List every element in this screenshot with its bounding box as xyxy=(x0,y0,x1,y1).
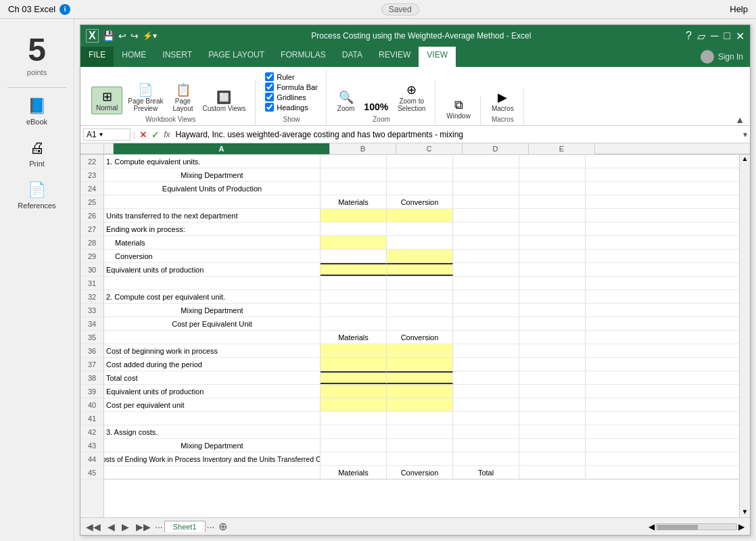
cell-a37[interactable]: Cost added during the period xyxy=(104,358,321,371)
page-layout-button[interactable]: 📋 PageLayout xyxy=(169,80,197,114)
cell-c29[interactable] xyxy=(387,250,453,262)
cell-d35[interactable] xyxy=(453,331,519,344)
cell-c45[interactable]: Conversion xyxy=(387,466,453,479)
col-header-d[interactable]: D xyxy=(463,143,529,154)
cell-a35[interactable] xyxy=(104,331,321,344)
cell-b39[interactable] xyxy=(321,385,387,398)
window-button[interactable]: ⧉ Window xyxy=(442,96,475,122)
cell-b32[interactable] xyxy=(321,290,387,303)
cell-d32[interactable] xyxy=(453,290,519,303)
sheet-nav-first[interactable]: ◀◀ xyxy=(83,521,103,532)
cell-c26[interactable] xyxy=(387,209,453,222)
gridlines-checkbox[interactable] xyxy=(265,93,274,101)
cell-c22[interactable] xyxy=(387,155,453,168)
tab-formulas[interactable]: FORMULAS xyxy=(273,47,334,67)
cell-e38[interactable] xyxy=(519,371,586,384)
cell-c24[interactable] xyxy=(387,182,453,195)
sheet-nav-next[interactable]: ▶ xyxy=(119,521,132,532)
cell-c31[interactable] xyxy=(387,277,453,289)
select-all-btn[interactable] xyxy=(104,143,114,154)
cell-c42[interactable] xyxy=(387,425,453,438)
headings-check[interactable]: Headings xyxy=(265,103,318,112)
cell-a43[interactable]: Mixing Department xyxy=(104,439,321,452)
gridlines-check[interactable]: Gridlines xyxy=(265,93,318,101)
cell-b22[interactable] xyxy=(321,155,387,168)
zoom-to-selection-button[interactable]: ⊕ Zoom toSelection xyxy=(394,80,429,114)
sheet-tab-1[interactable]: Sheet1 xyxy=(164,521,206,532)
cell-a29[interactable]: Conversion xyxy=(104,250,321,262)
formula-input[interactable] xyxy=(172,129,740,140)
cell-d29[interactable] xyxy=(453,250,519,262)
cell-a45[interactable] xyxy=(104,466,321,479)
cell-ref-dropdown[interactable]: ▾ xyxy=(99,131,103,138)
cell-c34[interactable] xyxy=(387,317,453,330)
normal-button[interactable]: ⊞ Normal xyxy=(91,87,122,114)
cell-d24[interactable] xyxy=(453,182,519,195)
help-link[interactable]: Help xyxy=(730,4,748,14)
ruler-checkbox[interactable] xyxy=(265,72,274,81)
formula-bar-check[interactable]: Formula Bar xyxy=(265,83,318,91)
sheet-nav-last[interactable]: ▶▶ xyxy=(133,521,153,532)
cell-e43[interactable] xyxy=(519,439,586,452)
cell-e27[interactable] xyxy=(519,222,586,235)
cell-a28[interactable]: Materials xyxy=(104,236,321,249)
cell-d37[interactable] xyxy=(453,358,519,371)
macros-button[interactable]: ▶ Macros xyxy=(488,88,518,114)
cell-c44[interactable] xyxy=(387,452,453,465)
cell-a44[interactable]: Costs of Ending Work in Process Inventor… xyxy=(104,452,321,465)
cell-d41[interactable] xyxy=(453,412,519,425)
cell-e34[interactable] xyxy=(519,317,586,330)
col-header-a[interactable]: A xyxy=(114,143,330,154)
zoom-button[interactable]: 🔍 Zoom xyxy=(333,88,359,114)
cell-c43[interactable] xyxy=(387,439,453,452)
save-icon[interactable]: 💾 xyxy=(103,30,114,41)
sidebar-item-references[interactable]: 📄 References xyxy=(0,177,74,214)
cell-d40[interactable] xyxy=(453,398,519,411)
cell-c35[interactable]: Conversion xyxy=(387,331,453,344)
cell-e35[interactable] xyxy=(519,331,586,344)
vertical-scrollbar[interactable]: ▲ ▼ xyxy=(739,155,750,517)
ribbon-collapse-btn[interactable]: ▲ xyxy=(735,114,745,125)
cell-a38[interactable]: Total cost xyxy=(104,371,321,384)
cell-d42[interactable] xyxy=(453,425,519,438)
cell-b31[interactable] xyxy=(321,277,387,289)
signin-label[interactable]: Sign In xyxy=(718,52,743,62)
add-sheet-btn[interactable]: ⊕ xyxy=(216,520,230,533)
cell-d39[interactable] xyxy=(453,385,519,398)
cell-e41[interactable] xyxy=(519,412,586,425)
cell-b24[interactable] xyxy=(321,182,387,195)
cell-c37[interactable] xyxy=(387,358,453,371)
cell-a23[interactable]: Mixing Department xyxy=(104,168,321,181)
cell-b30[interactable] xyxy=(321,263,387,276)
cell-b35[interactable]: Materials xyxy=(321,331,387,344)
cell-e42[interactable] xyxy=(519,425,586,438)
cell-b44[interactable] xyxy=(321,452,387,465)
cell-e30[interactable] xyxy=(519,263,586,276)
minimize-icon[interactable]: ─ xyxy=(711,30,718,42)
sidebar-item-ebook[interactable]: 📘 eBook xyxy=(0,93,74,130)
cell-e24[interactable] xyxy=(519,182,586,195)
cell-b27[interactable] xyxy=(321,222,387,235)
cell-b23[interactable] xyxy=(321,168,387,181)
cell-d22[interactable] xyxy=(453,155,519,168)
formula-bar-checkbox[interactable] xyxy=(265,83,274,91)
cell-c28[interactable] xyxy=(387,236,453,249)
cell-c32[interactable] xyxy=(387,290,453,303)
ribbon-collapse-icon[interactable]: ▱ xyxy=(697,30,705,43)
tab-insert[interactable]: INSERT xyxy=(154,47,200,67)
cell-c33[interactable] xyxy=(387,304,453,316)
cell-d43[interactable] xyxy=(453,439,519,452)
cell-a36[interactable]: Cost of beginning work in process xyxy=(104,344,321,357)
cell-a22[interactable]: 1. Compute equivalent units. xyxy=(104,155,321,168)
cell-b33[interactable] xyxy=(321,304,387,316)
signin-area[interactable]: Sign In xyxy=(694,47,750,67)
restore-icon[interactable]: □ xyxy=(724,30,730,42)
cell-b40[interactable] xyxy=(321,398,387,411)
cell-a31[interactable] xyxy=(104,277,321,289)
cell-d28[interactable] xyxy=(453,236,519,249)
tab-page-layout[interactable]: PAGE LAYOUT xyxy=(200,47,273,67)
formula-expand-icon[interactable]: ▾ xyxy=(743,130,747,139)
cell-b34[interactable] xyxy=(321,317,387,330)
cell-d45[interactable]: Total xyxy=(453,466,519,479)
cell-e26[interactable] xyxy=(519,209,586,222)
